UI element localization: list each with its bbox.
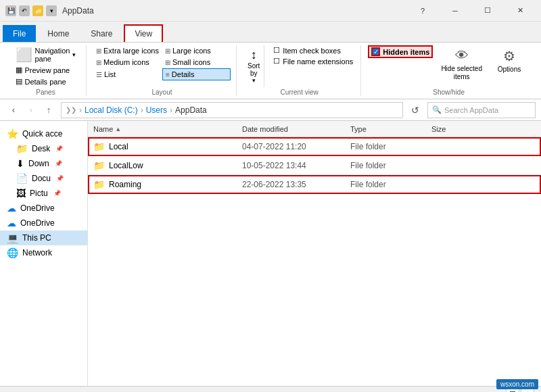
tab-file[interactable]: File [3, 25, 36, 42]
item-check-boxes-label: Item check boxes [283, 47, 341, 55]
hide-selected-label: Hide selecteditems [441, 65, 482, 81]
sidebar-item-pictures[interactable]: 🖼 Pictu 📌 [0, 186, 87, 201]
save-icon[interactable]: 💾 [5, 5, 16, 16]
item-check-boxes-button[interactable]: ☐ Item check boxes [271, 45, 355, 55]
col-header-type[interactable]: Type [350, 125, 431, 133]
large-label: Large icons [172, 47, 211, 55]
sidebar-item-desktop[interactable]: 📁 Desk 📌 [0, 141, 87, 156]
local-name-label: Local [109, 142, 128, 151]
col-header-size[interactable]: Size [431, 125, 486, 133]
file-name-locallow: 📁 LocalLow [93, 160, 242, 171]
nav-pane-icon: ⬜ [16, 47, 32, 63]
ribbon-group-panes: ⬜ Navigationpane ▾ ▦ Preview pane ▤ Deta… [5, 45, 87, 96]
file-row-roaming[interactable]: 📁 Roaming 22-06-2022 13:35 File folder [88, 175, 541, 194]
col-header-date[interactable]: Date modified [242, 125, 350, 133]
ribbon-group-layout: ⊞ Extra large icons ⊞ Large icons ⊞ Medi… [88, 45, 237, 96]
main-area: ⭐ Quick acce 📁 Desk 📌 ⬇ Down 📌 📄 Docu 📌 … [0, 121, 541, 386]
col-header-name[interactable]: Name ▲ [93, 125, 242, 133]
tab-home[interactable]: Home [37, 25, 79, 42]
small-icons-button[interactable]: ⊞ Small icons [162, 57, 231, 68]
address-bar: ‹ › ↑ ❯❯ › Local Disk (C:) › Users › App… [0, 99, 541, 121]
layout-group-label: Layout [151, 89, 172, 96]
ribbon-tab-bar: File Home Share View [0, 22, 541, 42]
preview-pane-button[interactable]: ▦ Preview pane [13, 64, 79, 76]
refresh-button[interactable]: ↺ [407, 102, 423, 118]
list-label: List [104, 70, 116, 78]
file-header: Name ▲ Date modified Type Size [88, 121, 541, 137]
file-row-local[interactable]: 📁 Local 04-07-2022 11:20 File folder [88, 137, 541, 156]
breadcrumb-arrow: ❯❯ [66, 106, 76, 114]
col-size-label: Size [431, 125, 446, 133]
details-label: Details [172, 70, 195, 78]
maximize-button[interactable]: ☐ [472, 0, 503, 22]
pin-icon: 📌 [55, 145, 63, 152]
search-bar[interactable]: 🔍 Search AppData [427, 102, 536, 118]
sidebar-item-onedrive1[interactable]: ☁ OneDrive [0, 201, 87, 216]
sidebar-item-documents[interactable]: 📄 Docu 📌 [0, 171, 87, 186]
minimize-button[interactable]: ─ [440, 0, 471, 22]
details-pane-button[interactable]: ▤ Details pane [13, 76, 79, 87]
breadcrumb-users[interactable]: Users [146, 105, 167, 115]
extra-large-label: Extra large icons [103, 47, 159, 55]
locallow-name-label: LocalLow [109, 161, 143, 170]
hidden-items-checkbox[interactable]: ✓ [371, 47, 380, 56]
sidebar-item-quick-access[interactable]: ⭐ Quick acce [0, 126, 87, 141]
large-icons-button[interactable]: ⊞ Large icons [162, 45, 231, 56]
breadcrumb-local-disk[interactable]: Local Disk (C:) [85, 105, 138, 115]
sidebar-item-downloads[interactable]: ⬇ Down 📌 [0, 156, 87, 171]
documents-icon: 📄 [16, 173, 28, 184]
navigation-pane-button[interactable]: ⬜ Navigationpane ▾ [13, 45, 79, 64]
ribbon-group-current-view: ↕ Sort by ▾ ☐ Item check boxes ☐ File na… [238, 45, 361, 96]
sort-label: Sort [248, 62, 260, 70]
forward-button[interactable]: › [23, 102, 39, 118]
folder-icon[interactable]: 📁 [32, 5, 43, 16]
layout-grid: ⊞ Extra large icons ⊞ Large icons ⊞ Medi… [93, 45, 231, 80]
sidebar-label-onedrive2: OneDrive [20, 218, 55, 228]
nav-buttons: ‹ › ↑ [5, 102, 57, 118]
ribbon-content-view: ⬜ Navigationpane ▾ ▦ Preview pane ▤ Deta… [0, 42, 541, 99]
sidebar-label-thispc: This PC [22, 233, 51, 243]
tab-view[interactable]: View [124, 24, 163, 42]
window-title: AppData [62, 6, 407, 16]
breadcrumb-sep3: › [170, 105, 172, 115]
hidden-items-button[interactable]: ✓ Hidden items [368, 45, 433, 58]
medium-icons-button[interactable]: ⊞ Medium icons [93, 57, 162, 68]
undo-icon[interactable]: ↶ [19, 5, 30, 16]
file-date-locallow: 10-05-2022 13:44 [242, 161, 350, 170]
sidebar-item-onedrive2[interactable]: ☁ OneDrive [0, 216, 87, 230]
navigation-pane-label: Navigationpane [35, 47, 70, 63]
close-button[interactable]: ✕ [504, 0, 536, 22]
file-name-extensions-button[interactable]: ☐ File name extensions [271, 56, 355, 66]
ribbon-action-buttons: 👁 Hide selecteditems ⚙ Options [436, 45, 530, 87]
options-label: Options [498, 66, 521, 73]
list-button[interactable]: ☰ List [93, 68, 162, 80]
options-button[interactable]: ⚙ Options [489, 45, 530, 87]
col-name-label: Name [93, 125, 113, 133]
back-button[interactable]: ‹ [5, 102, 22, 118]
sort-by-button[interactable]: ↕ Sort by ▾ [243, 45, 264, 87]
watermark: wsxon.com [496, 379, 538, 389]
layout-icon: ⊞ [165, 59, 170, 66]
roaming-name-label: Roaming [109, 180, 141, 189]
downloads-icon: ⬇ [16, 158, 24, 169]
sidebar-item-thispc[interactable]: 💻 This PC [0, 230, 87, 245]
details-button[interactable]: ≡ Details [162, 68, 231, 80]
pin-icon2: 📌 [55, 160, 62, 167]
sidebar-item-network[interactable]: 🌐 Network [0, 245, 87, 260]
check-icon: ☐ [273, 46, 280, 55]
current-view-group-label: Current view [281, 89, 319, 96]
help-button[interactable]: ? [407, 0, 438, 22]
up-button[interactable]: ↑ [41, 102, 57, 118]
extra-large-icons-button[interactable]: ⊞ Extra large icons [93, 45, 162, 56]
breadcrumb-appdata: AppData [175, 105, 207, 115]
sort-label2: by [250, 70, 258, 77]
dropdown-arrow-icon[interactable]: ▾ [46, 5, 57, 16]
details-pane-label: Details pane [25, 78, 66, 86]
hide-selected-items-button[interactable]: 👁 Hide selecteditems [436, 45, 488, 87]
tab-share[interactable]: Share [80, 25, 122, 42]
quick-access-icon: ⭐ [7, 128, 18, 139]
file-row-locallow[interactable]: 📁 LocalLow 10-05-2022 13:44 File folder [88, 156, 541, 175]
layout-icon: ⊞ [165, 47, 170, 55]
sort-icon: ↕ [251, 48, 257, 62]
breadcrumb-sep1: › [79, 105, 82, 115]
